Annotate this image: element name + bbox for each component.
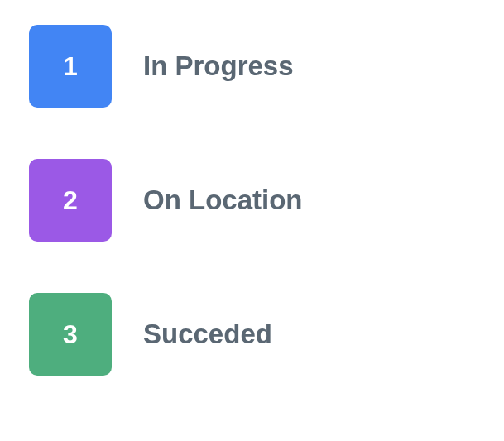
step-number: 3 xyxy=(63,319,78,350)
step-number: 1 xyxy=(63,51,78,82)
step-label: In Progress xyxy=(143,50,294,82)
step-label: Succeded xyxy=(143,319,272,350)
step-badge: 3 xyxy=(29,293,112,376)
step-list: 1 In Progress 2 On Location 3 Succeded xyxy=(29,25,475,376)
step-item-succeeded[interactable]: 3 Succeded xyxy=(29,293,475,376)
step-badge: 2 xyxy=(29,159,112,242)
step-item-in-progress[interactable]: 1 In Progress xyxy=(29,25,475,108)
step-item-on-location[interactable]: 2 On Location xyxy=(29,159,475,242)
step-number: 2 xyxy=(63,185,78,216)
step-label: On Location xyxy=(143,185,303,216)
step-badge: 1 xyxy=(29,25,112,108)
